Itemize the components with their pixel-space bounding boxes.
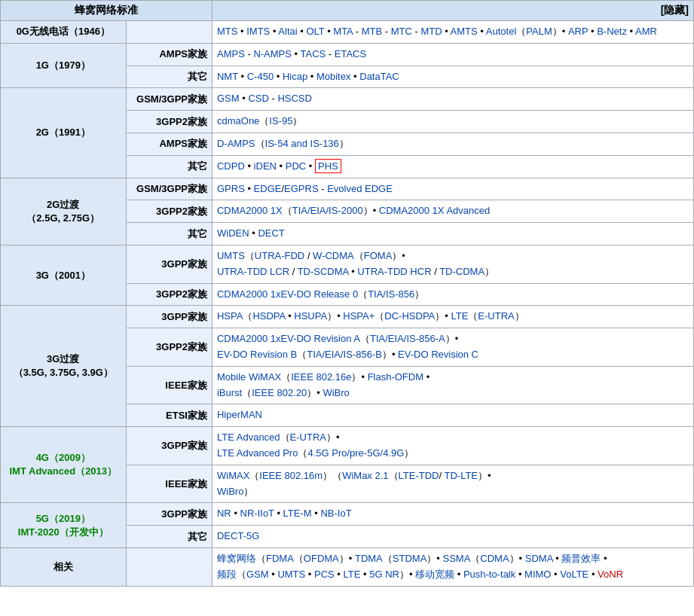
- gen-label-2g: 2G（1991）: [1, 88, 127, 178]
- family-label-other: 其它: [126, 66, 212, 88]
- content-2g-gsm: GSM • CSD - HSCSD: [212, 88, 693, 111]
- table-row: 相关 蜂窝网络（FDMA（OFDMA）• TDMA（STDMA）• SSMA（C…: [1, 547, 694, 586]
- content-3g-3gpp: UMTS（UTRA-FDD / W-CDMA（FOMA）• UTRA-TDD L…: [212, 245, 693, 283]
- family-label-3gpp-3gtrans: 3GPP家族: [126, 306, 212, 328]
- content-2g-other: CDPD • iDEN • PDC • PHS: [212, 155, 693, 178]
- gen-label-related: 相关: [1, 547, 127, 586]
- gen-label-4g: 4G（2009） IMT Advanced（2013）: [1, 427, 127, 503]
- gen-label-3g: 3G（2001）: [1, 245, 127, 305]
- content-3gtrans-etsi: HiperMAN: [212, 404, 693, 427]
- family-label-3gpp-5g: 3GPP家族: [126, 503, 212, 526]
- content-5g-other: DECT-5G: [212, 526, 693, 548]
- table-row: 3G过渡 （3.5G, 3.75G, 3.9G） 3GPP家族 HSPA（HSD…: [1, 306, 694, 328]
- phs-highlighted: PHS: [315, 159, 341, 173]
- hide-button[interactable]: [隐藏]: [212, 1, 693, 21]
- content-2gtrans-3gpp2: CDMA2000 1X（TIA/EIA/IS-2000）• CDMA2000 1…: [212, 200, 693, 223]
- family-label-3gpp2-3gtrans: 3GPP2家族: [126, 328, 212, 367]
- family-label-amps2g: AMPS家族: [126, 133, 212, 155]
- family-label-ieee-3gtrans: IEEE家族: [126, 366, 212, 404]
- family-label-etsi-3gtrans: ETSI家族: [126, 404, 212, 427]
- family-label-ieee-4g: IEEE家族: [126, 465, 212, 503]
- gen-label-2g-trans: 2G过渡 （2.5G, 2.75G）: [1, 178, 127, 245]
- content-3gtrans-3gpp: HSPA（HSDPA • HSUPA）• HSPA+（DC-HSDPA）• LT…: [212, 306, 693, 328]
- family-label-3gpp2-3g: 3GPP2家族: [126, 283, 212, 306]
- table-row: 5G（2019） IMT-2020（开发中） 3GPP家族 NR • NR-II…: [1, 503, 694, 526]
- content-3gtrans-ieee: Mobile WiMAX（IEEE 802.16e）• Flash-OFDM •…: [212, 366, 693, 404]
- gen-label-5g: 5G（2019） IMT-2020（开发中）: [1, 503, 127, 548]
- content-2g-amps: D-AMPS（IS-54 and IS-136）: [212, 133, 693, 155]
- content-5g-3gpp: NR • NR-IIoT • LTE-M • NB-IoT: [212, 503, 693, 526]
- family-label-3gpp-3g: 3GPP家族: [126, 245, 212, 283]
- family-label-gsm3gpp-trans: GSM/3GPP家族: [126, 178, 212, 200]
- gen-label-3g-trans: 3G过渡 （3.5G, 3.75G, 3.9G）: [1, 306, 127, 427]
- table-header-row: 蜂窝网络标准 [隐藏]: [1, 1, 694, 21]
- table-row: 1G（1979） AMPS家族 AMPS - N-AMPS • TACS - E…: [1, 43, 694, 66]
- content-0g: MTS • IMTS • Altai • OLT • MTA - MTB - M…: [212, 21, 693, 44]
- family-label: [126, 21, 212, 44]
- table-row: 3G（2001） 3GPP家族 UMTS（UTRA-FDD / W-CDMA（F…: [1, 245, 694, 283]
- family-label-3gpp2-trans: 3GPP2家族: [126, 200, 212, 223]
- content-2g-3gpp2: cdmaOne（IS-95）: [212, 111, 693, 133]
- gen-label-0g: 0G无线电话（1946）: [1, 21, 127, 44]
- family-label-gsm3gpp: GSM/3GPP家族: [126, 88, 212, 111]
- table-row: 4G（2009） IMT Advanced（2013） 3GPP家族 LTE A…: [1, 427, 694, 465]
- family-label-related: [126, 547, 212, 586]
- content-3gtrans-3gpp2: CDMA2000 1xEV-DO Revision A（TIA/EIA/IS-8…: [212, 328, 693, 367]
- table-row: 2G（1991） GSM/3GPP家族 GSM • CSD - HSCSD: [1, 88, 694, 111]
- family-label-amps: AMPS家族: [126, 43, 212, 66]
- content-4g-ieee: WiMAX（IEEE 802.16m）（WiMax 2.1（LTE-TDD/ T…: [212, 465, 693, 503]
- content-4g-3gpp: LTE Advanced（E-UTRA）• LTE Advanced Pro（4…: [212, 427, 693, 465]
- content-3g-3gpp2: CDMA2000 1xEV-DO Release 0（TIA/IS-856）: [212, 283, 693, 306]
- gen-label-1g: 1G（1979）: [1, 43, 127, 88]
- table-row: 2G过渡 （2.5G, 2.75G） GSM/3GPP家族 GPRS • EDG…: [1, 178, 694, 200]
- cellular-standards-table: 蜂窝网络标准 [隐藏] 0G无线电话（1946） MTS • IMTS • Al…: [0, 0, 694, 587]
- content-2gtrans-gsm: GPRS • EDGE/EGPRS - Evolved EDGE: [212, 178, 693, 200]
- content-1g-amps: AMPS - N-AMPS • TACS - ETACS: [212, 43, 693, 66]
- family-label-3gpp-4g: 3GPP家族: [126, 427, 212, 465]
- table-row: 0G无线电话（1946） MTS • IMTS • Altai • OLT • …: [1, 21, 694, 44]
- table-title: 蜂窝网络标准: [1, 1, 212, 21]
- family-label-other2g: 其它: [126, 155, 212, 178]
- content-related: 蜂窝网络（FDMA（OFDMA）• TDMA（STDMA）• SSMA（CDMA…: [212, 547, 693, 586]
- content-2gtrans-other: WiDEN • DECT: [212, 223, 693, 245]
- content-1g-other: NMT • C-450 • Hicap • Mobitex • DataTAC: [212, 66, 693, 88]
- family-label-other-trans: 其它: [126, 223, 212, 245]
- family-label-other-5g: 其它: [126, 526, 212, 548]
- family-label-3gpp2: 3GPP2家族: [126, 111, 212, 133]
